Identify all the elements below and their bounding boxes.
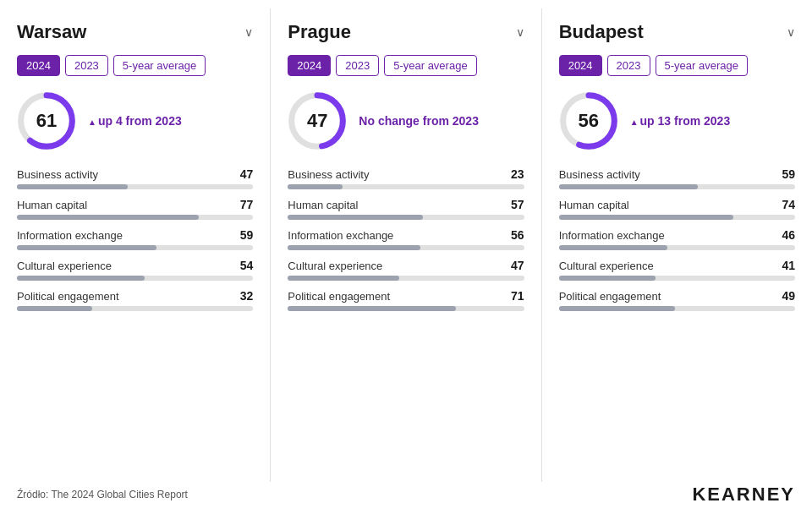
metric-bar-fill-2-1 [559, 215, 734, 220]
chevron-down-icon-1[interactable]: ∨ [516, 25, 524, 39]
year-tab-2023-2[interactable]: 2023 [607, 55, 650, 76]
metric-label-row-1-3: Cultural experience47 [288, 259, 524, 272]
metric-value-1-2: 56 [511, 228, 524, 242]
metric-label-row-2-4: Political engagement49 [559, 289, 795, 303]
metric-row-2-2: Information exchange46 [559, 228, 795, 250]
year-tab-5-year-average-2[interactable]: 5-year average [656, 55, 748, 76]
metric-value-2-4: 49 [782, 289, 795, 303]
metric-bar-bg-1-1 [288, 215, 524, 220]
metric-value-1-4: 71 [511, 289, 524, 303]
metric-label-row-2-0: Business activity59 [559, 167, 795, 181]
metric-value-2-0: 59 [782, 167, 795, 181]
metric-bar-fill-0-0 [17, 184, 128, 189]
metric-value-2-3: 41 [782, 259, 795, 272]
metric-label-row-0-2: Information exchange59 [17, 228, 253, 242]
metric-bar-bg-0-0 [17, 184, 253, 189]
city-header-0: Warsaw∨ [17, 21, 253, 43]
metric-value-0-2: 59 [240, 228, 254, 242]
metric-label-0-1: Human capital [17, 199, 87, 211]
metric-bar-fill-1-1 [288, 215, 422, 220]
city-title-1: Prague [288, 21, 351, 43]
metric-label-row-0-3: Cultural experience54 [17, 259, 253, 272]
chevron-down-icon-2[interactable]: ∨ [787, 25, 795, 39]
score-change-1: No change from 2023 [359, 114, 479, 128]
metric-row-1-3: Cultural experience47 [288, 259, 524, 281]
metric-label-row-1-1: Human capital57 [288, 198, 524, 211]
metric-label-2-0: Business activity [559, 168, 640, 181]
metric-label-1-4: Political engagement [288, 290, 390, 303]
year-tab-5-year-average-0[interactable]: 5-year average [113, 55, 206, 76]
metric-label-0-3: Cultural experience [17, 260, 112, 272]
metric-label-1-2: Information exchange [288, 229, 393, 242]
metric-label-row-2-3: Cultural experience41 [559, 259, 795, 272]
chevron-down-icon-0[interactable]: ∨ [244, 25, 253, 39]
metric-value-0-0: 47 [240, 167, 254, 181]
city-title-0: Warsaw [17, 21, 86, 43]
metric-row-0-3: Cultural experience54 [17, 259, 253, 281]
metric-label-row-1-4: Political engagement71 [288, 289, 524, 303]
city-panel-budapest: Budapest∨202420235-year average 56 ▲up 1… [542, 8, 812, 482]
score-change-0: ▲up 4 from 2023 [88, 114, 182, 128]
metric-value-1-0: 23 [511, 167, 524, 181]
year-tab-2023-0[interactable]: 2023 [65, 55, 108, 76]
year-tabs-0: 202420235-year average [17, 55, 253, 76]
metric-row-1-4: Political engagement71 [288, 289, 524, 311]
metric-label-2-4: Political engagement [559, 290, 661, 303]
year-tabs-1: 202420235-year average [288, 55, 524, 76]
metric-row-0-4: Political engagement32 [17, 289, 253, 311]
footer-logo: KEARNEY [692, 484, 795, 506]
year-tab-2023-1[interactable]: 2023 [336, 55, 379, 76]
donut-chart-2: 56 [559, 91, 618, 150]
metric-bar-bg-0-4 [17, 306, 253, 311]
metric-value-0-3: 54 [240, 259, 254, 272]
metric-label-1-3: Cultural experience [288, 260, 382, 272]
metric-bar-bg-0-1 [17, 215, 253, 220]
metric-label-1-1: Human capital [288, 199, 358, 211]
metric-bar-bg-2-2 [559, 245, 795, 250]
score-row-2: 56 ▲up 13 from 2023 [559, 91, 795, 150]
metric-bar-bg-1-4 [288, 306, 524, 311]
metric-value-1-3: 47 [511, 259, 524, 272]
metric-label-row-2-1: Human capital74 [559, 198, 795, 211]
up-triangle-0: ▲ [88, 118, 96, 127]
metric-bar-fill-0-4 [17, 306, 92, 311]
metric-row-0-0: Business activity47 [17, 167, 253, 189]
donut-chart-0: 61 [17, 91, 76, 150]
metric-bar-bg-1-3 [288, 276, 524, 281]
year-tab-2024-1[interactable]: 2024 [288, 55, 331, 76]
metric-value-0-1: 77 [240, 198, 254, 211]
metric-bar-bg-1-0 [288, 184, 524, 189]
metric-row-1-1: Human capital57 [288, 198, 524, 220]
metric-bar-bg-2-0 [559, 184, 795, 189]
metric-bar-bg-0-2 [17, 245, 253, 250]
metric-value-2-2: 46 [782, 228, 795, 242]
metric-bar-bg-2-4 [559, 306, 795, 311]
metric-value-1-1: 57 [511, 198, 524, 211]
metric-row-1-2: Information exchange56 [288, 228, 524, 250]
metric-row-2-3: Cultural experience41 [559, 259, 795, 281]
year-tab-2024-2[interactable]: 2024 [559, 55, 602, 76]
metric-label-0-2: Information exchange [17, 229, 123, 242]
metric-label-2-2: Information exchange [559, 229, 665, 242]
city-panel-prague: Prague∨202420235-year average 47 No chan… [271, 8, 541, 482]
metric-label-row-0-1: Human capital77 [17, 198, 253, 211]
metric-row-0-1: Human capital77 [17, 198, 253, 220]
metric-bar-fill-2-4 [559, 306, 675, 311]
metric-label-row-1-2: Information exchange56 [288, 228, 524, 242]
city-header-2: Budapest∨ [559, 21, 795, 43]
donut-chart-1: 47 [288, 91, 347, 150]
metric-bar-fill-1-3 [288, 276, 398, 281]
metric-bar-fill-2-3 [559, 276, 656, 281]
metric-label-2-1: Human capital [559, 199, 629, 211]
metric-value-0-4: 32 [240, 289, 254, 303]
metric-label-row-1-0: Business activity23 [288, 167, 524, 181]
footer-source: Źródło: The 2024 Global Cities Report [17, 489, 188, 500]
score-change-2: ▲up 13 from 2023 [630, 114, 731, 128]
score-value-1: 47 [307, 110, 327, 132]
year-tab-5-year-average-1[interactable]: 5-year average [384, 55, 476, 76]
metric-label-2-3: Cultural experience [559, 260, 654, 272]
year-tab-2024-0[interactable]: 2024 [17, 55, 60, 76]
main-container: Warsaw∨202420235-year average 61 ▲up 4 f… [0, 0, 812, 490]
metric-bar-fill-2-2 [559, 245, 667, 250]
year-tabs-2: 202420235-year average [559, 55, 795, 76]
